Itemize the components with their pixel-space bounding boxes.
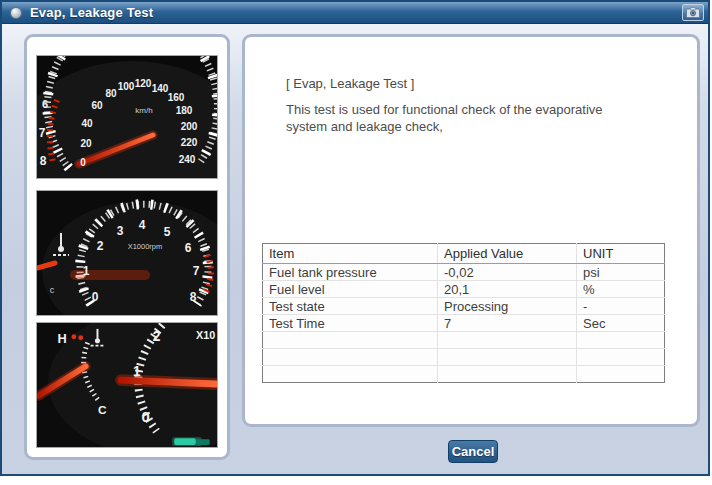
- gauge-number: 200: [181, 121, 198, 132]
- cell-unit: [577, 332, 665, 349]
- gauge-number: 140: [152, 83, 169, 94]
- cell-item: Fuel tank pressure: [263, 264, 438, 281]
- table-row: Test Time 7 Sec: [263, 315, 665, 332]
- cell-unit: -: [577, 298, 665, 315]
- description-line: system and leakage check,: [286, 118, 676, 135]
- gauge-number: 240: [179, 154, 196, 165]
- gauge-number: 7: [39, 126, 46, 140]
- gauge-number: 5: [164, 225, 171, 239]
- gauge-number: 100: [118, 81, 135, 92]
- cancel-button[interactable]: Cancel: [448, 440, 498, 463]
- gauge-number: 180: [176, 105, 193, 116]
- gauge-number: 0: [142, 409, 150, 425]
- column-header-applied-value: Applied Value: [438, 244, 577, 264]
- gauge-number: 80: [105, 88, 117, 99]
- hot-label: H: [57, 331, 66, 346]
- cell-unit: Sec: [577, 315, 665, 332]
- cell-value: Processing: [438, 298, 577, 315]
- cell-item: Test Time: [263, 315, 438, 332]
- table-row: Fuel tank pressure -0,02 psi: [263, 264, 665, 281]
- screen-capture-button[interactable]: [682, 4, 704, 21]
- gauge-number: 1: [133, 364, 141, 379]
- speedometer-photo: 0 20 40 60 80 100 120 140 160 180 200 22…: [36, 55, 218, 179]
- table-header-row: Item Applied Value UNIT: [263, 244, 665, 264]
- gauge-number: 120: [135, 78, 152, 89]
- gauge-number: 0: [92, 290, 99, 304]
- multiplier-label: X10: [196, 329, 215, 341]
- titlebar[interactable]: Evap, Leakage Test: [2, 2, 708, 24]
- gauge-number: 2: [97, 239, 104, 253]
- column-header-unit: UNIT: [577, 244, 665, 264]
- test-description: This test is used for functional check o…: [286, 101, 676, 135]
- indicator-light: [174, 438, 196, 445]
- test-heading: [ Evap, Leakage Test ]: [286, 76, 414, 91]
- gauge-number: 1: [83, 264, 90, 278]
- gauge-number: 0: [80, 157, 86, 168]
- table-row: [263, 349, 665, 366]
- gauge-number: 6: [185, 241, 192, 255]
- cold-label: c: [50, 285, 55, 295]
- table-row: [263, 332, 665, 349]
- gauge-number: 220: [181, 137, 198, 148]
- cell-unit: [577, 349, 665, 366]
- window-title: Evap, Leakage Test: [30, 5, 153, 20]
- cell-value: [438, 349, 577, 366]
- temp-gauge-photo: H C 2 1 0 X10: [36, 322, 218, 448]
- cell-value: 7: [438, 315, 577, 332]
- column-header-item: Item: [263, 244, 438, 264]
- table-row: Fuel level 20,1 %: [263, 281, 665, 298]
- cell-value: [438, 366, 577, 383]
- cell-value: -0,02: [438, 264, 577, 281]
- table-row: Test state Processing -: [263, 298, 665, 315]
- cell-item: Fuel level: [263, 281, 438, 298]
- gauge-number: 8: [190, 290, 197, 304]
- gauge-number: 6: [42, 98, 48, 110]
- cell-item: [263, 332, 438, 349]
- cell-unit: %: [577, 281, 665, 298]
- gauge-number: 60: [91, 100, 103, 111]
- cell-unit: [577, 366, 665, 383]
- test-info-panel: [ Evap, Leakage Test ] This test is used…: [242, 34, 700, 427]
- tachometer-needle-tip: [121, 380, 215, 384]
- cell-item: Test state: [263, 298, 438, 315]
- cell-unit: psi: [577, 264, 665, 281]
- parameter-table: Item Applied Value UNIT Fuel tank pressu…: [262, 243, 665, 383]
- camera-icon: [686, 7, 700, 18]
- cell-value: [438, 332, 577, 349]
- gauge-number: 40: [81, 118, 93, 129]
- tachometer-photo: c 0 1 2 3 4 5 6 7 8 X1000rpm: [36, 190, 218, 316]
- gauge-image-panel: 0 20 40 60 80 100 120 140 160 180 200 22…: [24, 34, 230, 460]
- gauge-number: 20: [80, 138, 92, 149]
- cold-label: C: [98, 403, 107, 417]
- cell-item: [263, 349, 438, 366]
- rpm-unit-label: X1000rpm: [128, 242, 163, 251]
- gauge-number: 160: [168, 92, 185, 103]
- gauge-number: 4: [139, 218, 146, 232]
- table-row: [263, 366, 665, 383]
- app-sphere-icon: [10, 7, 22, 19]
- gauge-number: 3: [117, 224, 124, 238]
- cell-item: [263, 366, 438, 383]
- description-line: This test is used for functional check o…: [286, 101, 676, 118]
- gauge-number: 8: [40, 154, 47, 168]
- gauge-number: 2: [153, 329, 161, 344]
- gauge-number: 7: [193, 264, 200, 278]
- dialog-window: Evap, Leakage Test: [0, 0, 710, 476]
- cell-value: 20,1: [438, 281, 577, 298]
- speed-unit-label: km/h: [135, 106, 152, 115]
